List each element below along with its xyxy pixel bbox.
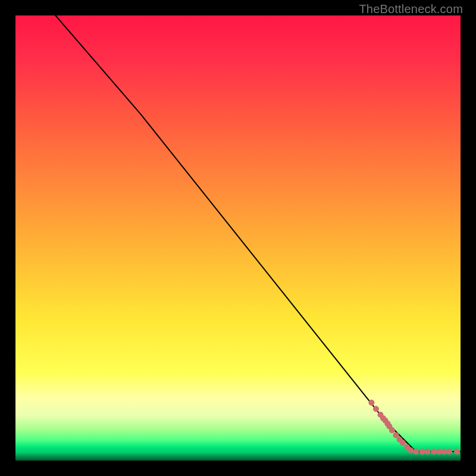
data-point [441,449,447,455]
dots-layer [368,400,460,455]
data-point [419,449,425,455]
plot-area [14,14,462,462]
data-point [368,400,374,406]
chart-stage: TheBottleneck.com [0,0,476,476]
data-point [400,440,406,446]
chart-svg [15,15,461,461]
bottleneck-curve [55,15,461,452]
curve-layer [55,15,461,452]
data-point [454,449,460,455]
data-point [446,449,452,455]
data-point [431,449,437,455]
data-point [408,447,414,453]
data-point [413,449,419,455]
data-point [389,427,395,433]
data-point [373,406,379,412]
data-point [425,449,431,455]
